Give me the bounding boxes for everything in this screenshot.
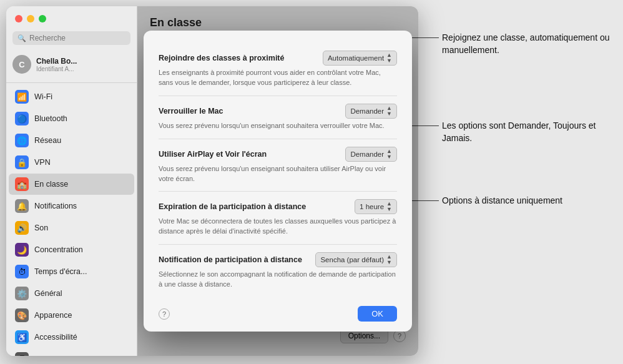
sidebar-item-notifications[interactable]: 🔔 Notifications <box>9 195 134 217</box>
sidebar-item-label-bluetooth: Bluetooth <box>34 114 67 123</box>
dialog-help-button[interactable]: ? <box>159 308 170 320</box>
main-window: 🔍 C Chella Bo... Identifiant A... 📶 Wi-F… <box>6 6 418 356</box>
dialog-row-title-airplay: Utiliser AirPlay et Voir l'écran <box>159 150 267 159</box>
sidebar-divider <box>6 82 137 83</box>
general-icon: ⚙️ <box>15 287 29 300</box>
sidebar-item-label-screentime: Temps d'écra... <box>34 267 87 276</box>
user-name: Chella Bo... <box>36 57 77 66</box>
dialog-row-control-timeout[interactable]: 1 heure ▲▼ <box>355 199 397 214</box>
control-label-join-nearby: Automatiquement <box>328 54 384 62</box>
dialog-row-timeout: Expiration de la participation à distanc… <box>159 192 397 245</box>
screentime-icon: ⏱ <box>15 265 29 278</box>
dialog-row-title-timeout: Expiration de la participation à distanc… <box>159 202 306 211</box>
sidebar-item-label-focus: Concentration <box>34 245 83 254</box>
dialog-row-join-nearby: Rejoindre des classes à proximité Automa… <box>159 43 397 96</box>
annotation-remote: Options à distance uniquement <box>442 194 617 207</box>
dialog-overlay: Rejoindre des classes à proximité Automa… <box>137 6 418 356</box>
close-button[interactable] <box>15 15 22 22</box>
sidebar-item-label-appearance: Apparence <box>34 311 72 320</box>
annotation-text-options: Les options sont Demander, Toujours et J… <box>442 121 596 143</box>
dialog-row-lock-mac: Verrouiller le Mac Demander ▲▼ Vous sere… <box>159 96 397 139</box>
annotation-options: Les options sont Demander, Toujours et J… <box>442 119 617 145</box>
control-label-lock-mac: Demander <box>350 107 384 115</box>
dialog-row-title-notification: Notification de participation à distance <box>159 255 302 264</box>
dialog-row-control-notification[interactable]: Sencha (par défaut) ▲▼ <box>315 252 397 267</box>
user-section: C Chella Bo... Identifiant A... <box>6 51 137 77</box>
dialog-row-desc-join-nearby: Les enseignants à proximité pourront vou… <box>159 68 397 88</box>
sidebar-items: 📶 Wi-Fi 🔵 Bluetooth 🌐 Réseau 🔒 VPN 🏫 En … <box>6 86 137 356</box>
sidebar-item-label-accessibility: Accessibilité <box>34 333 77 342</box>
sidebar-item-wifi[interactable]: 📶 Wi-Fi <box>9 86 134 107</box>
sidebar-item-label-classroom: En classe <box>34 180 68 189</box>
stepper-arrows-join-nearby: ▲▼ <box>386 52 392 64</box>
user-sub: Identifiant A... <box>36 66 77 72</box>
sidebar-item-label-wifi: Wi-Fi <box>34 92 52 101</box>
sidebar-item-label-general: Général <box>34 289 62 298</box>
traffic-lights <box>6 6 137 27</box>
sidebar-item-appearance[interactable]: 🎨 Apparence <box>9 305 134 326</box>
dialog-row-desc-lock-mac: Vous serez prévenu lorsqu'un enseignant … <box>159 121 397 131</box>
sidebar-item-label-notifications: Notifications <box>34 202 77 210</box>
dialog-row-airplay: Utiliser AirPlay et Voir l'écran Demande… <box>159 139 397 192</box>
network-icon: 🌐 <box>15 134 29 147</box>
sound-icon: 🔊 <box>15 221 29 235</box>
sidebar-item-accessibility[interactable]: ♿ Accessibilité <box>9 327 134 348</box>
search-bar[interactable]: 🔍 <box>12 31 130 45</box>
annotation-text-remote: Options à distance uniquement <box>442 195 562 205</box>
annotation-join-class: Rejoignez une classe, automatiquement ou… <box>442 31 617 57</box>
sidebar-item-classroom[interactable]: 🏫 En classe <box>9 174 134 195</box>
focus-icon: 🌙 <box>15 243 29 257</box>
sidebar-item-general[interactable]: ⚙️ Général <box>9 283 134 304</box>
stepper-arrows-timeout: ▲▼ <box>386 201 392 212</box>
sidebar-item-bluetooth[interactable]: 🔵 Bluetooth <box>9 108 134 129</box>
dialog-footer: ? OK <box>159 306 397 322</box>
sidebar-item-focus[interactable]: 🌙 Concentration <box>9 239 134 260</box>
dialog-row-desc-airplay: Vous serez prévenu lorsqu'un enseignant … <box>159 164 397 184</box>
dialog-row-control-lock-mac[interactable]: Demander ▲▼ <box>345 104 397 119</box>
annotations: Rejoignez une classe, automatiquement ou… <box>442 12 617 244</box>
annotation-text-join: Rejoignez une classe, automatiquement ou… <box>442 32 610 55</box>
fullscreen-button[interactable] <box>39 15 46 22</box>
dialog-row-desc-notification: Sélectionnez le son accompagnant la noti… <box>159 270 397 290</box>
vpn-icon: 🔒 <box>15 155 29 169</box>
search-icon: 🔍 <box>17 34 26 42</box>
notifications-icon: 🔔 <box>15 199 29 213</box>
dialog-row-header-lock-mac: Verrouiller le Mac Demander ▲▼ <box>159 104 397 119</box>
control-label-timeout: 1 heure <box>360 203 384 210</box>
accessibility-icon: ♿ <box>15 330 29 344</box>
dialog-row-control-airplay[interactable]: Demander ▲▼ <box>345 147 397 162</box>
dialog-row-header-notification: Notification de participation à distance… <box>159 252 397 267</box>
dialog-row-header-timeout: Expiration de la participation à distanc… <box>159 199 397 214</box>
sidebar-item-network[interactable]: 🌐 Réseau <box>9 130 134 151</box>
sidebar-item-label-network: Réseau <box>34 136 61 145</box>
control-label-notification: Sencha (par défaut) <box>320 256 384 263</box>
ok-button[interactable]: OK <box>358 306 397 322</box>
dialog-row-header-join-nearby: Rejoindre des classes à proximité Automa… <box>159 51 397 66</box>
dialog-row-header-airplay: Utiliser AirPlay et Voir l'écran Demande… <box>159 147 397 162</box>
minimize-button[interactable] <box>27 15 34 22</box>
wifi-icon: 📶 <box>15 90 29 104</box>
sidebar: 🔍 C Chella Bo... Identifiant A... 📶 Wi-F… <box>6 6 137 356</box>
sidebar-item-screentime[interactable]: ⏱ Temps d'écra... <box>9 261 134 282</box>
user-info: Chella Bo... Identifiant A... <box>36 57 77 72</box>
control-label-airplay: Demander <box>350 150 384 158</box>
sidebar-item-label-vpn: VPN <box>34 158 51 167</box>
dialog-section: Rejoindre des classes à proximité Automa… <box>159 43 397 297</box>
sidebar-item-sound[interactable]: 🔊 Son <box>9 217 134 239</box>
search-input[interactable] <box>29 34 125 42</box>
classroom-icon: 🏫 <box>15 177 29 191</box>
sidebar-item-vpn[interactable]: 🔒 VPN <box>9 152 134 173</box>
dialog-row-title-lock-mac: Verrouiller le Mac <box>159 107 223 116</box>
stepper-arrows-lock-mac: ▲▼ <box>386 106 392 117</box>
content-area: En classe 🏫 L'app « En classe » permet a… <box>137 6 418 356</box>
sidebar-item-label-sound: Son <box>34 224 48 232</box>
controlcenter-icon: 🎛 <box>15 352 29 356</box>
dialog-row-control-join-nearby[interactable]: Automatiquement ▲▼ <box>323 51 397 66</box>
stepper-arrows-airplay: ▲▼ <box>386 149 392 160</box>
dialog-row-desc-timeout: Votre Mac se déconnectera de toutes les … <box>159 217 397 237</box>
sidebar-item-label-controlcenter: Centre de co... <box>34 355 86 356</box>
stepper-arrows-notification: ▲▼ <box>386 254 392 265</box>
appearance-icon: 🎨 <box>15 308 29 322</box>
sidebar-item-controlcenter[interactable]: 🎛 Centre de co... <box>9 348 134 356</box>
bluetooth-icon: 🔵 <box>15 112 29 125</box>
